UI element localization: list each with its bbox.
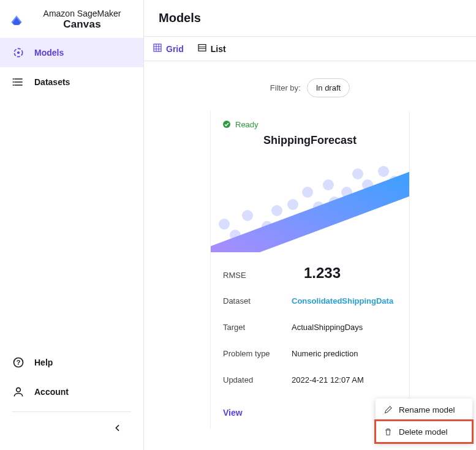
- meta-row: TargetActualShippingDays: [223, 314, 397, 340]
- status-label: Ready: [235, 120, 259, 129]
- tab-label: Grid: [166, 44, 184, 54]
- svg-point-2: [13, 78, 14, 80]
- main: Models Grid List Filter by: In draft Rea…: [143, 0, 476, 450]
- model-name: ShippingForecast: [222, 132, 398, 154]
- meta-value: Numeric prediction: [292, 349, 358, 358]
- card-meta: RMSE 1.233 DatasetConsolidatedShippingDa…: [211, 252, 409, 397]
- menu-item-label: Rename model: [399, 405, 455, 414]
- list-icon: [197, 43, 207, 54]
- pencil-icon: [383, 405, 393, 414]
- tab-list[interactable]: List: [197, 43, 226, 54]
- brand: Amazon SageMaker Canvas: [0, 0, 143, 38]
- meta-row: Problem typeNumeric prediction: [223, 340, 397, 367]
- datasets-icon: [12, 76, 25, 88]
- meta-key: Dataset: [223, 296, 292, 306]
- svg-point-18: [287, 199, 298, 210]
- svg-point-10: [223, 121, 230, 128]
- brand-logo-icon: [7, 10, 26, 29]
- filter-row: Filter by: In draft: [144, 61, 476, 106]
- brand-line2: Canvas: [63, 18, 101, 31]
- sidebar-item-models[interactable]: Models: [0, 38, 143, 67]
- brand-line1: Amazon SageMaker: [43, 9, 121, 18]
- svg-point-1: [17, 51, 20, 54]
- sidebar-item-account[interactable]: Account: [0, 377, 143, 407]
- svg-point-13: [242, 210, 253, 221]
- grid-icon: [153, 43, 162, 54]
- svg-text:?: ?: [17, 359, 21, 366]
- rmse-value: 1.233: [304, 264, 341, 282]
- svg-point-11: [219, 219, 230, 230]
- svg-point-4: [13, 84, 14, 86]
- svg-point-16: [271, 205, 282, 216]
- rmse-row: RMSE 1.233: [223, 258, 397, 288]
- model-card[interactable]: Ready ShippingForecast RMSE 1.233: [210, 111, 410, 429]
- sidebar-bottom: ? Help Account: [0, 348, 143, 450]
- svg-point-3: [13, 81, 14, 83]
- brand-text: Amazon SageMaker Canvas: [31, 9, 134, 31]
- svg-rect-8: [154, 44, 161, 51]
- context-menu: Rename model Delete model: [376, 399, 472, 443]
- status-badge: Ready: [222, 119, 259, 129]
- check-circle-icon: [222, 119, 232, 129]
- sidebar-item-label: Datasets: [34, 77, 70, 87]
- models-icon: [12, 47, 25, 59]
- svg-point-22: [323, 179, 334, 190]
- tab-label: List: [211, 44, 226, 54]
- meta-row: DatasetConsolidatedShippingData: [223, 288, 397, 314]
- sidebar-item-label: Help: [34, 358, 53, 367]
- svg-rect-9: [198, 45, 206, 51]
- page-title: Models: [144, 0, 476, 37]
- trash-icon: [383, 427, 393, 437]
- sidebar-item-label: Models: [34, 48, 64, 58]
- help-icon: ?: [12, 356, 25, 369]
- account-icon: [12, 386, 25, 398]
- card-chart: [211, 156, 409, 252]
- menu-delete-model[interactable]: Delete model: [376, 421, 472, 443]
- meta-value: ActualShippingDays: [292, 323, 363, 332]
- svg-point-7: [17, 388, 21, 392]
- meta-key: Target: [223, 323, 292, 332]
- view-tabs: Grid List: [144, 37, 476, 61]
- chevron-left-icon: [113, 423, 123, 433]
- sidebar-item-help[interactable]: ? Help: [0, 348, 143, 377]
- svg-point-27: [378, 166, 389, 177]
- svg-point-20: [302, 187, 313, 198]
- divider: [12, 411, 131, 412]
- svg-marker-29: [211, 171, 409, 252]
- sidebar-item-label: Account: [34, 387, 69, 397]
- svg-point-25: [352, 168, 363, 179]
- sidebar-item-datasets[interactable]: Datasets: [0, 67, 143, 97]
- tab-grid[interactable]: Grid: [153, 43, 184, 54]
- menu-item-label: Delete model: [399, 427, 448, 437]
- filter-label: Filter by:: [270, 83, 301, 92]
- rmse-key: RMSE: [223, 271, 279, 280]
- collapse-sidebar-button[interactable]: [0, 422, 143, 445]
- meta-value-link[interactable]: ConsolidatedShippingData: [292, 296, 393, 306]
- sidebar: Amazon SageMaker Canvas Models Datasets …: [0, 0, 143, 450]
- meta-value: 2022-4-21 12:07 AM: [292, 375, 364, 384]
- meta-row: Updated2022-4-21 12:07 AM: [223, 367, 397, 393]
- card-head: Ready ShippingForecast: [211, 111, 409, 156]
- meta-key: Updated: [223, 375, 292, 384]
- meta-key: Problem type: [223, 349, 292, 358]
- filter-chip-in-draft[interactable]: In draft: [307, 78, 350, 97]
- menu-rename-model[interactable]: Rename model: [376, 399, 472, 421]
